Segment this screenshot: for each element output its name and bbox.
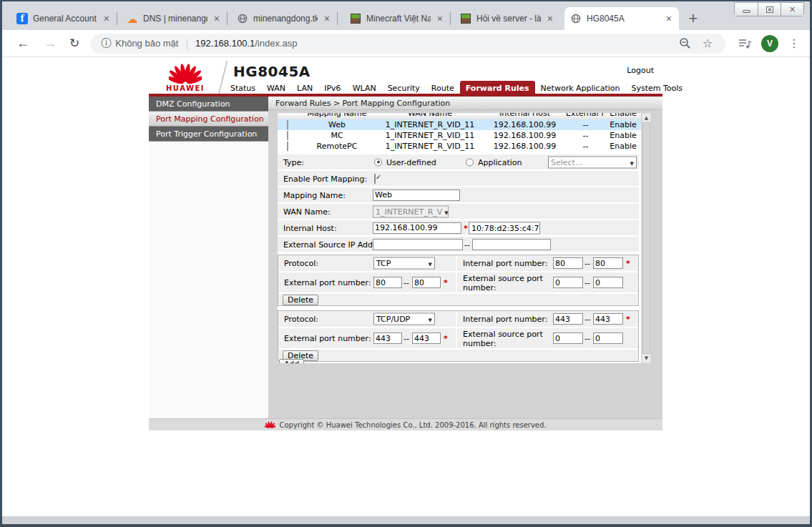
window-controls: ✕ xyxy=(734,2,804,16)
tab-close-icon[interactable]: × xyxy=(212,14,221,24)
range-separator: -- xyxy=(584,334,590,343)
tab-general-account-settings[interactable]: f General Account Se × xyxy=(11,7,117,30)
new-tab-button[interactable]: + xyxy=(683,9,703,29)
required-marker: * xyxy=(626,259,630,268)
profile-avatar[interactable]: V xyxy=(761,35,778,52)
row-checkbox[interactable] xyxy=(287,142,288,151)
external-source-port-label: External source port number: xyxy=(463,274,545,292)
reload-button[interactable]: ↻ xyxy=(69,36,79,51)
browser-viewport: HUAWEI HG8045A Logout Status WAN LAN IPv… xyxy=(2,57,810,516)
nav-forward-rules[interactable]: Forward Rules xyxy=(460,81,535,95)
nav-system-tools[interactable]: System Tools xyxy=(625,81,688,95)
window-border-left xyxy=(0,0,2,527)
add-button[interactable]: Add xyxy=(279,359,304,363)
nav-wlan[interactable]: WLAN xyxy=(347,81,382,95)
internal-host-input[interactable] xyxy=(373,222,461,234)
info-icon[interactable]: ⓘ xyxy=(101,37,111,50)
restore-button[interactable] xyxy=(758,3,781,16)
playlist-extension-icon[interactable] xyxy=(738,38,751,49)
facebook-icon: f xyxy=(16,13,28,24)
wan-name-select[interactable]: 1_INTERNET_R_V xyxy=(373,205,449,217)
tab-close-icon[interactable]: × xyxy=(102,14,111,24)
tab-minecraft-viet-nam[interactable]: Minecraft Việt Nam × xyxy=(344,7,450,30)
browser-menu-icon[interactable]: ⋮ xyxy=(788,36,800,50)
nav-network-application[interactable]: Network Application xyxy=(535,81,626,95)
minimize-button[interactable] xyxy=(735,3,758,16)
address-bar[interactable]: ⓘ Không bảo mật | 192.168.100.1 /index.a… xyxy=(91,34,725,54)
sidebar: DMZ Configuration Port Mapping Configura… xyxy=(149,97,268,418)
zoom-out-icon[interactable] xyxy=(679,37,691,49)
internal-port-to-input[interactable] xyxy=(593,257,623,269)
external-source-port-label: External source port number: xyxy=(463,330,545,348)
cell-wan-name: 1_INTERNET_R_VID_11 xyxy=(376,120,484,129)
delete-button[interactable]: Delete xyxy=(283,295,318,305)
scroll-up-arrow-icon[interactable]: ▲ xyxy=(642,114,650,122)
application-radio[interactable] xyxy=(466,158,474,166)
tab-hoi-ve-server[interactable]: Hỏi về server - làm × xyxy=(454,7,560,30)
sidebar-item-port-trigger-configuration[interactable]: Port Trigger Configuration xyxy=(149,127,268,142)
row-checkbox[interactable] xyxy=(287,120,288,129)
tab-close-icon[interactable]: × xyxy=(436,14,444,24)
application-select[interactable]: Select... xyxy=(548,156,637,168)
internal-host-mac-select[interactable]: 10:78:d2:35:c4:7 xyxy=(469,222,540,234)
nav-lan[interactable]: LAN xyxy=(291,81,318,95)
required-marker: * xyxy=(444,278,448,287)
table-row-mc[interactable]: MC 1_INTERNET_R_VID_11 192.168.100.99 --… xyxy=(278,130,641,141)
bookmark-star-icon[interactable]: ☆ xyxy=(703,36,713,50)
source-port-from-input[interactable] xyxy=(553,333,583,344)
external-port-label: External port number: xyxy=(284,278,371,287)
nav-status[interactable]: Status xyxy=(225,81,261,95)
close-window-button[interactable]: ✕ xyxy=(781,3,803,16)
cell-wan-name: 1_INTERNET_R_VID_11 xyxy=(376,131,484,140)
external-source-ip-from-input[interactable] xyxy=(373,239,463,250)
table-row-web[interactable]: Web 1_INTERNET_R_VID_11 192.168.100.99 -… xyxy=(278,119,641,130)
nav-security[interactable]: Security xyxy=(382,81,426,95)
row-checkbox[interactable] xyxy=(287,131,288,140)
nav-ipv6[interactable]: IPv6 xyxy=(318,81,346,95)
nav-route[interactable]: Route xyxy=(426,81,460,95)
external-port-from-input[interactable] xyxy=(373,333,402,344)
tab-close-icon[interactable]: × xyxy=(665,14,673,24)
tab-minenangdong-tk[interactable]: minenangdong.tk × xyxy=(231,7,337,30)
external-source-ip-to-input[interactable] xyxy=(472,239,551,250)
internal-port-from-input[interactable] xyxy=(553,257,583,269)
tab-hg8045a-active[interactable]: HG8045A × xyxy=(564,7,679,30)
user-defined-radio[interactable] xyxy=(374,158,382,166)
scrollbar-thumb[interactable] xyxy=(642,122,650,354)
cell-external-host: -- xyxy=(566,131,605,140)
vertical-scrollbar[interactable]: ▲ ▼ xyxy=(642,113,651,363)
col-wan-name: WAN Name xyxy=(376,113,484,118)
external-port-to-input[interactable] xyxy=(412,333,441,344)
source-port-to-input[interactable] xyxy=(593,277,623,288)
security-label[interactable]: Không bảo mật xyxy=(115,38,178,49)
external-port-to-input[interactable] xyxy=(412,277,441,288)
table-row-remotepc[interactable]: RemotePC 1_INTERNET_R_VID_11 192.168.100… xyxy=(278,141,641,152)
tab-title: Hỏi về server - làm xyxy=(476,14,541,24)
sidebar-item-port-mapping-configuration[interactable]: Port Mapping Configuration xyxy=(149,112,268,127)
tab-close-icon[interactable]: × xyxy=(546,14,554,24)
cloudflare-icon: ☁ xyxy=(127,13,138,24)
back-button[interactable]: ← xyxy=(16,36,29,51)
required-marker: * xyxy=(626,315,630,324)
tab-close-icon[interactable]: × xyxy=(323,14,331,24)
internal-port-to-input[interactable] xyxy=(593,313,623,325)
sidebar-item-dmz-configuration[interactable]: DMZ Configuration xyxy=(149,97,268,112)
internal-port-from-input[interactable] xyxy=(553,313,583,325)
range-separator: -- xyxy=(464,240,470,249)
range-separator: -- xyxy=(403,278,409,287)
tab-dns-minenangdong[interactable]: ☁ DNS | minenangdon × xyxy=(121,7,227,30)
external-port-from-input[interactable] xyxy=(373,277,402,288)
source-port-to-input[interactable] xyxy=(593,333,623,344)
cell-internal-host: 192.168.100.99 xyxy=(484,142,566,151)
protocol-select[interactable]: TCP xyxy=(373,257,435,270)
source-port-from-input[interactable] xyxy=(553,277,583,288)
scroll-down-arrow-icon[interactable]: ▼ xyxy=(642,354,650,363)
forward-button[interactable]: → xyxy=(44,36,57,51)
col-internal-host: Internal Host xyxy=(484,113,566,118)
chevron-down-icon xyxy=(442,207,448,216)
protocol-select[interactable]: TCP/UDP xyxy=(373,313,435,325)
nav-wan[interactable]: WAN xyxy=(261,81,291,95)
mapping-name-input[interactable] xyxy=(373,189,460,201)
enable-port-mapping-checkbox[interactable] xyxy=(374,173,376,184)
logout-link[interactable]: Logout xyxy=(627,66,654,75)
